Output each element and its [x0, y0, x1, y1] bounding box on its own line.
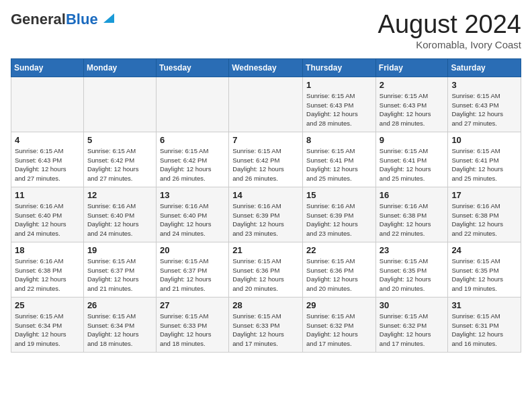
day-info: Sunrise: 6:15 AM Sunset: 6:35 PM Dayligh…	[380, 257, 445, 293]
day-info: Sunrise: 6:15 AM Sunset: 6:34 PM Dayligh…	[87, 312, 152, 349]
day-info: Sunrise: 6:16 AM Sunset: 6:39 PM Dayligh…	[232, 201, 299, 238]
calendar-cell	[156, 77, 228, 132]
day-number: 22	[306, 245, 372, 255]
day-number: 20	[160, 245, 225, 255]
calendar-cell	[83, 77, 156, 132]
day-info: Sunrise: 6:15 AM Sunset: 6:41 PM Dayligh…	[380, 146, 445, 183]
day-number: 10	[451, 135, 517, 145]
day-info: Sunrise: 6:15 AM Sunset: 6:36 PM Dayligh…	[232, 257, 299, 293]
day-info: Sunrise: 6:15 AM Sunset: 6:43 PM Dayligh…	[15, 146, 80, 183]
calendar-cell: 1Sunrise: 6:15 AM Sunset: 6:43 PM Daylig…	[303, 77, 376, 132]
calendar-cell: 11Sunrise: 6:16 AM Sunset: 6:40 PM Dayli…	[11, 187, 84, 242]
day-number: 14	[232, 190, 299, 200]
calendar-cell: 10Sunrise: 6:15 AM Sunset: 6:41 PM Dayli…	[448, 132, 521, 187]
day-info: Sunrise: 6:15 AM Sunset: 6:42 PM Dayligh…	[160, 146, 225, 183]
day-number: 6	[160, 135, 225, 145]
calendar-cell: 8Sunrise: 6:15 AM Sunset: 6:41 PM Daylig…	[303, 132, 376, 187]
day-number: 17	[451, 190, 517, 200]
day-number: 15	[306, 190, 372, 200]
calendar-cell: 24Sunrise: 6:15 AM Sunset: 6:35 PM Dayli…	[448, 242, 521, 297]
calendar-cell: 15Sunrise: 6:16 AM Sunset: 6:39 PM Dayli…	[303, 187, 376, 242]
day-info: Sunrise: 6:15 AM Sunset: 6:36 PM Dayligh…	[306, 257, 372, 293]
day-number: 5	[87, 135, 152, 145]
calendar-cell: 12Sunrise: 6:16 AM Sunset: 6:40 PM Dayli…	[83, 187, 156, 242]
day-info: Sunrise: 6:15 AM Sunset: 6:43 PM Dayligh…	[451, 91, 517, 128]
weekday-header-wednesday: Wednesday	[229, 58, 303, 77]
calendar-cell: 14Sunrise: 6:16 AM Sunset: 6:39 PM Dayli…	[229, 187, 303, 242]
day-info: Sunrise: 6:15 AM Sunset: 6:33 PM Dayligh…	[160, 312, 225, 349]
day-info: Sunrise: 6:15 AM Sunset: 6:32 PM Dayligh…	[306, 312, 372, 349]
calendar-cell: 29Sunrise: 6:15 AM Sunset: 6:32 PM Dayli…	[303, 297, 376, 352]
calendar-cell: 3Sunrise: 6:15 AM Sunset: 6:43 PM Daylig…	[448, 77, 521, 132]
day-number: 12	[87, 190, 152, 200]
day-info: Sunrise: 6:15 AM Sunset: 6:43 PM Dayligh…	[306, 91, 372, 128]
weekday-header-tuesday: Tuesday	[156, 58, 228, 77]
day-info: Sunrise: 6:15 AM Sunset: 6:43 PM Dayligh…	[380, 91, 445, 128]
weekday-header-sunday: Sunday	[11, 58, 84, 77]
calendar-cell	[11, 77, 84, 132]
day-number: 24	[451, 245, 517, 255]
day-info: Sunrise: 6:16 AM Sunset: 6:39 PM Dayligh…	[306, 201, 372, 238]
calendar-cell: 27Sunrise: 6:15 AM Sunset: 6:33 PM Dayli…	[156, 297, 228, 352]
day-info: Sunrise: 6:15 AM Sunset: 6:41 PM Dayligh…	[306, 146, 372, 183]
calendar-cell: 22Sunrise: 6:15 AM Sunset: 6:36 PM Dayli…	[303, 242, 376, 297]
day-info: Sunrise: 6:16 AM Sunset: 6:40 PM Dayligh…	[87, 201, 152, 238]
logo-text: GeneralBlue	[11, 11, 98, 28]
day-number: 7	[232, 135, 299, 145]
day-number: 4	[15, 135, 80, 145]
day-number: 27	[160, 300, 225, 310]
day-number: 31	[451, 300, 517, 310]
day-info: Sunrise: 6:15 AM Sunset: 6:33 PM Dayligh…	[232, 312, 299, 349]
day-number: 13	[160, 190, 225, 200]
day-number: 19	[87, 245, 152, 255]
weekday-header-thursday: Thursday	[303, 58, 376, 77]
weekday-header-saturday: Saturday	[448, 58, 521, 77]
page-header: GeneralBlue August 2024 Koromabla, Ivory…	[11, 11, 521, 50]
logo-icon	[99, 11, 114, 26]
logo: GeneralBlue	[11, 11, 114, 28]
calendar-cell: 30Sunrise: 6:15 AM Sunset: 6:32 PM Dayli…	[375, 297, 448, 352]
day-number: 16	[380, 190, 445, 200]
day-number: 26	[87, 300, 152, 310]
month-year: August 2024	[378, 11, 521, 39]
location: Koromabla, Ivory Coast	[378, 39, 521, 50]
day-number: 1	[306, 80, 372, 90]
calendar-table: SundayMondayTuesdayWednesdayThursdayFrid…	[11, 58, 521, 353]
calendar-cell: 4Sunrise: 6:15 AM Sunset: 6:43 PM Daylig…	[11, 132, 84, 187]
day-info: Sunrise: 6:15 AM Sunset: 6:41 PM Dayligh…	[451, 146, 517, 183]
day-number: 25	[15, 300, 80, 310]
day-info: Sunrise: 6:15 AM Sunset: 6:31 PM Dayligh…	[451, 312, 517, 349]
calendar-cell: 9Sunrise: 6:15 AM Sunset: 6:41 PM Daylig…	[375, 132, 448, 187]
calendar-cell: 23Sunrise: 6:15 AM Sunset: 6:35 PM Dayli…	[375, 242, 448, 297]
day-number: 23	[380, 245, 445, 255]
calendar-cell	[229, 77, 303, 132]
day-number: 11	[15, 190, 80, 200]
day-info: Sunrise: 6:16 AM Sunset: 6:38 PM Dayligh…	[451, 201, 517, 238]
day-info: Sunrise: 6:15 AM Sunset: 6:35 PM Dayligh…	[451, 257, 517, 293]
calendar-cell: 19Sunrise: 6:15 AM Sunset: 6:37 PM Dayli…	[83, 242, 156, 297]
weekday-header-monday: Monday	[83, 58, 156, 77]
calendar-cell: 7Sunrise: 6:15 AM Sunset: 6:42 PM Daylig…	[229, 132, 303, 187]
day-number: 8	[306, 135, 372, 145]
day-info: Sunrise: 6:16 AM Sunset: 6:40 PM Dayligh…	[15, 201, 80, 238]
day-info: Sunrise: 6:15 AM Sunset: 6:37 PM Dayligh…	[160, 257, 225, 293]
day-info: Sunrise: 6:16 AM Sunset: 6:40 PM Dayligh…	[160, 201, 225, 238]
day-number: 28	[232, 300, 299, 310]
calendar-cell: 6Sunrise: 6:15 AM Sunset: 6:42 PM Daylig…	[156, 132, 228, 187]
day-info: Sunrise: 6:15 AM Sunset: 6:42 PM Dayligh…	[87, 146, 152, 183]
calendar-cell: 26Sunrise: 6:15 AM Sunset: 6:34 PM Dayli…	[83, 297, 156, 352]
calendar-cell: 31Sunrise: 6:15 AM Sunset: 6:31 PM Dayli…	[448, 297, 521, 352]
calendar-cell: 18Sunrise: 6:16 AM Sunset: 6:38 PM Dayli…	[11, 242, 84, 297]
calendar-cell: 25Sunrise: 6:15 AM Sunset: 6:34 PM Dayli…	[11, 297, 84, 352]
calendar-cell: 13Sunrise: 6:16 AM Sunset: 6:40 PM Dayli…	[156, 187, 228, 242]
calendar-cell: 5Sunrise: 6:15 AM Sunset: 6:42 PM Daylig…	[83, 132, 156, 187]
calendar-cell: 21Sunrise: 6:15 AM Sunset: 6:36 PM Dayli…	[229, 242, 303, 297]
day-info: Sunrise: 6:15 AM Sunset: 6:42 PM Dayligh…	[232, 146, 299, 183]
calendar-cell: 2Sunrise: 6:15 AM Sunset: 6:43 PM Daylig…	[375, 77, 448, 132]
title-block: August 2024 Koromabla, Ivory Coast	[378, 11, 521, 50]
day-number: 3	[451, 80, 517, 90]
weekday-header-friday: Friday	[375, 58, 448, 77]
calendar-cell: 28Sunrise: 6:15 AM Sunset: 6:33 PM Dayli…	[229, 297, 303, 352]
day-info: Sunrise: 6:16 AM Sunset: 6:38 PM Dayligh…	[15, 257, 80, 293]
day-number: 29	[306, 300, 372, 310]
